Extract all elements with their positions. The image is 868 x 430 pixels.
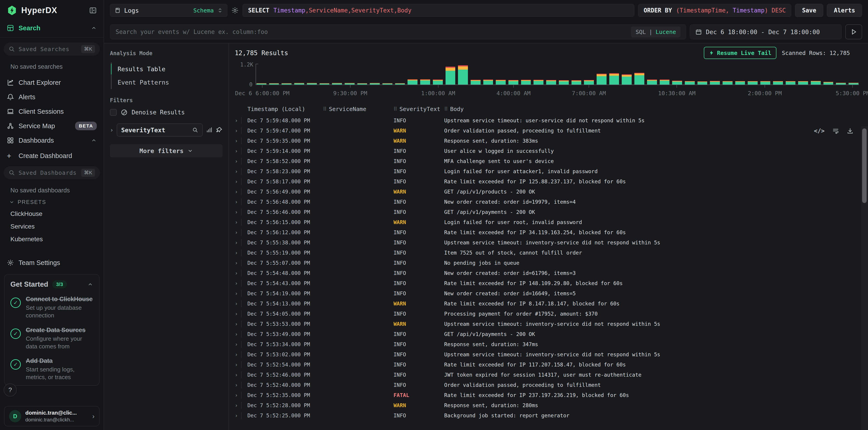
- row-expand-cell[interactable]: ›: [235, 178, 247, 185]
- row-expand-cell[interactable]: ›: [235, 198, 247, 205]
- histogram-bar[interactable]: [420, 79, 430, 85]
- chevron-right-icon[interactable]: ›: [235, 352, 238, 357]
- column-header-body[interactable]: ⠿Body: [444, 106, 823, 112]
- chevron-right-icon[interactable]: ›: [235, 240, 238, 245]
- get-started-item[interactable]: ✓Connect to ClickHouseSet up your databa…: [10, 295, 93, 320]
- row-expand-cell[interactable]: ›: [235, 137, 247, 144]
- table-row[interactable]: ›Dec 7 5:58:52.000 PMINFOMFA challenge s…: [235, 156, 868, 166]
- row-expand-cell[interactable]: ›: [235, 127, 247, 134]
- chart-toggle-icon[interactable]: [206, 127, 213, 133]
- chevron-right-icon[interactable]: ›: [110, 127, 114, 133]
- table-row[interactable]: ›Dec 7 5:56:49.000 PMWARNGET /api/v1/pro…: [235, 187, 868, 197]
- select-query-input[interactable]: SELECTTimestamp,ServiceName,SeverityText…: [243, 4, 634, 17]
- chevron-right-icon[interactable]: ›: [235, 128, 238, 134]
- table-row[interactable]: ›Dec 7 5:54:05.000 PMINFOProcessing paym…: [235, 308, 868, 319]
- chevron-right-icon[interactable]: ›: [235, 280, 238, 286]
- chevron-right-icon[interactable]: ›: [235, 392, 238, 398]
- table-row[interactable]: ›Dec 7 5:59:14.000 PMINFOUser alice_w lo…: [235, 146, 868, 156]
- table-row[interactable]: ›Dec 7 5:58:23.000 PMINFOLogin failed fo…: [235, 166, 868, 176]
- histogram-bar[interactable]: [521, 80, 531, 85]
- row-expand-cell[interactable]: ›: [235, 158, 247, 165]
- saved-searches-input[interactable]: Saved Searches ⌘K: [4, 42, 100, 56]
- row-expand-cell[interactable]: ›: [235, 117, 247, 124]
- table-row[interactable]: ›Dec 7 5:56:12.000 PMINFORate limit exce…: [235, 227, 868, 237]
- sidebar-item-service-map[interactable]: Service MapBETA: [3, 119, 100, 133]
- column-header-severitytext[interactable]: ⠿SeverityText: [394, 106, 444, 112]
- severity-filter-field[interactable]: SeverityText: [117, 124, 203, 137]
- row-expand-cell[interactable]: ›: [235, 209, 247, 216]
- row-expand-cell[interactable]: ›: [235, 147, 247, 155]
- row-expand-cell[interactable]: ›: [235, 280, 247, 287]
- sidebar-item-alerts[interactable]: Alerts: [3, 90, 100, 104]
- table-row[interactable]: ›Dec 7 5:53:49.000 PMINFOGET /api/v1/pay…: [235, 329, 868, 339]
- column-header-servicename[interactable]: ⠿ServiceName: [323, 106, 394, 112]
- histogram-bar[interactable]: [798, 81, 808, 85]
- histogram-bar[interactable]: [609, 73, 619, 85]
- chevron-right-icon[interactable]: ›: [235, 291, 238, 296]
- lucene-option[interactable]: Lucene: [656, 29, 676, 35]
- drag-handle-icon[interactable]: ⠿: [394, 106, 397, 112]
- table-row[interactable]: ›Dec 7 5:56:48.000 PMINFONew order creat…: [235, 197, 868, 207]
- sidebar-item-chart-explorer[interactable]: Chart Explorer: [3, 75, 100, 90]
- table-row[interactable]: ›Dec 7 5:52:54.000 PMINFORate limit exce…: [235, 360, 868, 370]
- histogram-bar[interactable]: [533, 80, 544, 85]
- denoise-checkbox[interactable]: [110, 109, 117, 116]
- table-row[interactable]: ›Dec 7 5:55:38.000 PMINFOUpstream servic…: [235, 237, 868, 247]
- row-expand-cell[interactable]: ›: [235, 250, 247, 256]
- histogram-bar[interactable]: [407, 79, 417, 85]
- table-row[interactable]: ›Dec 7 5:58:17.000 PMINFORate limit exce…: [235, 176, 868, 187]
- more-filters-button[interactable]: More filters: [110, 144, 222, 157]
- row-expand-cell[interactable]: ›: [235, 371, 247, 378]
- histogram-bar[interactable]: [584, 80, 594, 85]
- row-expand-cell[interactable]: ›: [235, 260, 247, 266]
- histogram-bar[interactable]: [597, 74, 607, 85]
- collapse-sidebar-icon[interactable]: [89, 6, 97, 14]
- table-row[interactable]: ›Dec 7 5:52:25.000 PMINFOBackground job …: [235, 410, 868, 421]
- table-row[interactable]: ›Dec 7 5:54:19.000 PMINFONew order creat…: [235, 288, 868, 298]
- row-expand-cell[interactable]: ›: [235, 310, 247, 317]
- histogram-bar[interactable]: [458, 65, 468, 85]
- table-row[interactable]: ›Dec 7 5:54:48.000 PMINFONew order creat…: [235, 268, 868, 278]
- table-row[interactable]: ›Dec 7 5:52:35.000 PMFATALRate limit exc…: [235, 390, 868, 400]
- get-started-item[interactable]: ✓Create Data SourcesConfigure where your…: [10, 326, 93, 351]
- row-expand-cell[interactable]: ›: [235, 219, 247, 226]
- histogram-bar[interactable]: [634, 73, 644, 85]
- chevron-up-icon[interactable]: [91, 25, 97, 31]
- source-settings-gear-icon[interactable]: [231, 6, 239, 14]
- chevron-right-icon[interactable]: ›: [235, 148, 238, 154]
- table-row[interactable]: ›Dec 7 5:54:13.000 PMWARNRate limit exce…: [235, 298, 868, 308]
- histogram-bar[interactable]: [622, 74, 632, 85]
- histogram-bar[interactable]: [269, 83, 279, 85]
- row-expand-cell[interactable]: ›: [235, 341, 247, 348]
- chevron-up-icon[interactable]: [87, 282, 93, 287]
- histogram-bar[interactable]: [710, 81, 720, 85]
- wrap-lines-icon[interactable]: [832, 128, 839, 134]
- table-row[interactable]: ›Dec 7 5:59:47.000 PMWARNOrder validatio…: [235, 126, 868, 136]
- download-icon[interactable]: [847, 128, 854, 134]
- row-expand-cell[interactable]: ›: [235, 168, 247, 175]
- histogram-bar[interactable]: [370, 83, 380, 85]
- code-view-icon[interactable]: </>: [814, 128, 825, 134]
- row-expand-cell[interactable]: ›: [235, 351, 247, 358]
- chevron-right-icon[interactable]: ›: [235, 209, 238, 215]
- denoise-results-toggle[interactable]: Denoise Results: [110, 109, 222, 116]
- histogram-bar[interactable]: [307, 83, 317, 85]
- table-row[interactable]: ›Dec 7 5:56:46.000 PMINFOGET /api/v1/pay…: [235, 207, 868, 217]
- histogram-bar[interactable]: [571, 80, 582, 85]
- histogram-bar[interactable]: [660, 79, 670, 85]
- chevron-right-icon[interactable]: ›: [235, 178, 238, 185]
- scrollbar-thumb[interactable]: [862, 128, 867, 203]
- mode-results-table[interactable]: Results Table: [112, 62, 222, 76]
- table-row[interactable]: ›Dec 7 5:59:35.000 PMWARNResponse sent, …: [235, 136, 868, 146]
- histogram-bar[interactable]: [319, 83, 330, 85]
- chevron-right-icon[interactable]: ›: [235, 382, 238, 388]
- row-expand-cell[interactable]: ›: [235, 402, 247, 409]
- chevron-right-icon[interactable]: ›: [235, 138, 238, 144]
- row-expand-cell[interactable]: ›: [235, 188, 247, 195]
- table-row[interactable]: ›Dec 7 5:54:43.000 PMINFORate limit exce…: [235, 278, 868, 288]
- chevron-right-icon[interactable]: ›: [235, 270, 238, 276]
- order-by-input[interactable]: ORDER BY(TimestampTime, Timestamp) DESC: [638, 4, 792, 17]
- row-expand-cell[interactable]: ›: [235, 382, 247, 388]
- drag-handle-icon[interactable]: ⠿: [323, 106, 327, 112]
- table-row[interactable]: ›Dec 7 5:53:02.000 PMINFOUpstream servic…: [235, 349, 868, 360]
